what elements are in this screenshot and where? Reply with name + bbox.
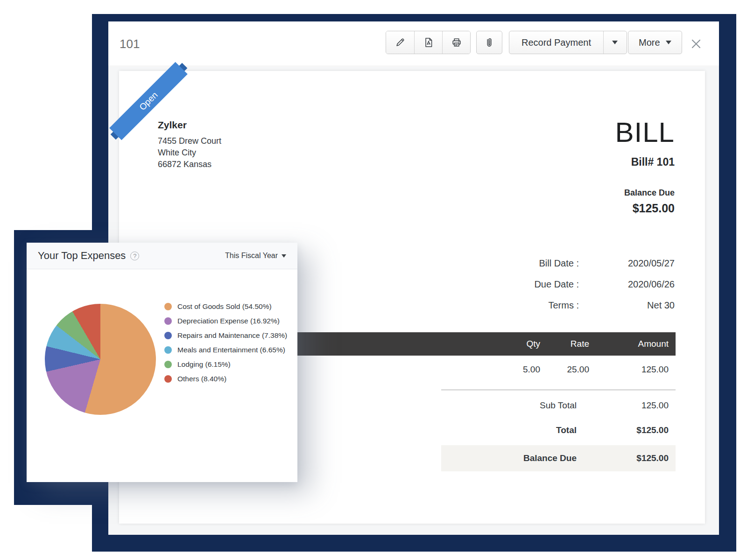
edit-icon — [395, 37, 406, 48]
print-button[interactable] — [442, 31, 470, 54]
total-row: Total $125.00 — [441, 418, 676, 442]
balance-due-row-label: Balance Due — [441, 453, 577, 463]
legend-label: Others (8.40%) — [177, 375, 226, 383]
expenses-legend: Cost of Goods Sold (54.50%) Depreciation… — [164, 302, 287, 389]
total-value: $125.00 — [577, 425, 669, 435]
attachment-button[interactable] — [476, 31, 502, 54]
bill-number: Bill# 101 — [615, 156, 675, 168]
attachment-icon — [484, 37, 494, 48]
qty-header: Qty — [489, 339, 540, 349]
qty-cell: 5.00 — [489, 364, 540, 375]
terms-label: Terms : — [432, 300, 579, 311]
legend-dot — [164, 332, 172, 339]
amount-header: Amount — [589, 339, 669, 349]
legend-label: Cost of Goods Sold (54.50%) — [177, 302, 272, 311]
bill-meta: Bill Date : 2020/05/27 Due Date : 2020/0… — [432, 253, 675, 316]
legend-label: Meals and Entertainment (6.65%) — [177, 346, 285, 354]
balance-due-label: Balance Due — [615, 188, 675, 198]
toolbar-icon-group — [386, 31, 471, 54]
vendor-address-line: 7455 Drew Court — [158, 135, 221, 147]
legend-item: Repairs and Maintenance (7.38%) — [164, 331, 287, 340]
terms-row: Terms : Net 30 — [432, 295, 675, 316]
bill-date-label: Bill Date : — [432, 258, 579, 269]
period-selector[interactable]: This Fiscal Year — [225, 252, 286, 260]
legend-label: Repairs and Maintenance (7.38%) — [177, 331, 287, 340]
vendor-address-block: Zylker 7455 Drew Court White City 66872 … — [158, 119, 221, 170]
expenses-card-body: Cost of Goods Sold (54.50%) Depreciation… — [27, 269, 297, 482]
bill-date-row: Bill Date : 2020/05/27 — [432, 253, 675, 274]
legend-dot — [164, 303, 172, 310]
record-payment-split-button: Record Payment — [509, 31, 627, 54]
expenses-card-title: Your Top Expenses — [38, 250, 126, 262]
bill-date-value: 2020/05/27 — [579, 258, 675, 269]
pdf-icon — [423, 37, 434, 48]
rate-header: Rate — [540, 339, 589, 349]
legend-label: Depreciation Expense (16.92%) — [177, 317, 280, 325]
legend-dot — [164, 317, 172, 325]
legend-dot — [164, 375, 172, 383]
pdf-button[interactable] — [414, 31, 442, 54]
subtotal-label: Sub Total — [441, 400, 577, 411]
expenses-card-header: Your Top Expenses ? This Fiscal Year — [27, 243, 297, 269]
legend-label: Lodging (6.15%) — [177, 360, 231, 369]
chevron-down-icon — [666, 41, 671, 44]
due-date-value: 2020/06/26 — [579, 279, 675, 290]
period-selector-label: This Fiscal Year — [225, 252, 278, 260]
record-payment-dropdown[interactable] — [603, 31, 627, 54]
total-label: Total — [441, 425, 577, 435]
legend-item: Others (8.40%) — [164, 375, 287, 383]
subtotal-row: Sub Total 125.00 — [441, 393, 676, 418]
rate-cell: 25.00 — [540, 364, 589, 375]
legend-item: Cost of Goods Sold (54.50%) — [164, 302, 287, 311]
chevron-down-icon — [612, 41, 618, 44]
bill-title-block: BILL Bill# 101 Balance Due $125.00 — [615, 118, 675, 215]
toolbar: 101 Record Pay — [108, 21, 719, 66]
print-icon — [451, 37, 462, 48]
close-icon — [689, 37, 703, 51]
balance-due-value: $125.00 — [615, 202, 675, 215]
document-number: 101 — [120, 21, 140, 66]
balance-due-row: Balance Due $125.00 — [441, 445, 676, 471]
chevron-down-icon — [282, 254, 286, 258]
legend-dot — [164, 361, 172, 368]
balance-due-row-value: $125.00 — [577, 453, 669, 463]
page-title: BILL — [615, 118, 675, 147]
more-button-label: More — [639, 37, 660, 48]
legend-dot — [164, 346, 172, 354]
legend-item: Lodging (6.15%) — [164, 360, 287, 369]
vendor-name: Zylker — [158, 119, 221, 131]
close-button[interactable] — [688, 36, 704, 52]
amount-cell: 125.00 — [589, 364, 669, 375]
totals-section: Sub Total 125.00 Total $125.00 Balance D… — [441, 390, 676, 471]
terms-value: Net 30 — [579, 300, 675, 311]
expenses-pie-chart — [45, 304, 156, 415]
edit-button[interactable] — [386, 31, 414, 54]
top-expenses-card: Your Top Expenses ? This Fiscal Year Cos… — [27, 243, 297, 482]
due-date-label: Due Date : — [432, 279, 579, 290]
legend-item: Depreciation Expense (16.92%) — [164, 317, 287, 325]
legend-item: Meals and Entertainment (6.65%) — [164, 346, 287, 354]
record-payment-button[interactable]: Record Payment — [509, 31, 603, 54]
due-date-row: Due Date : 2020/06/26 — [432, 274, 675, 295]
more-button[interactable]: More — [628, 31, 682, 54]
vendor-address-line: 66872 Kansas — [158, 159, 221, 170]
subtotal-value: 125.00 — [577, 400, 669, 411]
vendor-address-line: White City — [158, 147, 221, 159]
help-icon[interactable]: ? — [130, 252, 139, 260]
